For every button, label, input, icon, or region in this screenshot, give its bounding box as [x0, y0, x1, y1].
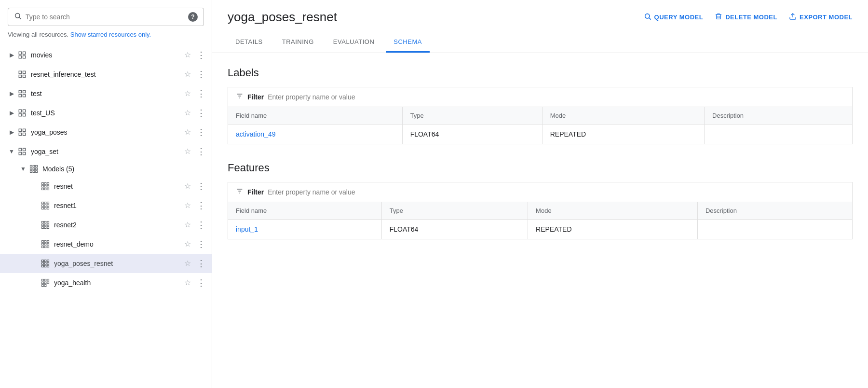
more-icon[interactable]: ⋮	[194, 180, 208, 193]
query-model-label: QUERY MODEL	[654, 14, 704, 21]
star-icon[interactable]: ☆	[181, 237, 194, 251]
svg-rect-80	[42, 279, 44, 281]
main-header: yoga_poses_resnet QUERY MODEL DELETE MOD…	[212, 0, 868, 53]
tabs: DETAILS TRAINING EVALUATION SCHEMA	[228, 32, 853, 53]
sidebar-item-models-group[interactable]: Models (5)	[0, 161, 212, 177]
chevron-icon	[6, 148, 17, 155]
labels-filter-input[interactable]	[268, 93, 844, 101]
type-cell: FLOAT64	[402, 125, 542, 144]
labels-filter-bar: Filter	[228, 87, 853, 107]
sidebar-item-test-us[interactable]: test_US ☆ ⋮	[0, 103, 212, 123]
more-icon[interactable]: ⋮	[194, 106, 208, 120]
svg-rect-14	[19, 110, 21, 112]
star-icon[interactable]: ☆	[181, 48, 194, 62]
search-icon	[14, 12, 22, 22]
more-icon[interactable]: ⋮	[194, 237, 208, 251]
more-icon[interactable]: ⋮	[194, 218, 208, 232]
labels-table: Field name Type Mode Description activat…	[228, 107, 853, 144]
model-icon	[41, 220, 50, 230]
star-icon[interactable]: ☆	[181, 106, 194, 120]
field-name-cell: input_1	[228, 220, 382, 239]
tab-details[interactable]: DETAILS	[228, 32, 271, 53]
show-starred-link[interactable]: Show starred resources only.	[70, 31, 151, 38]
sidebar-item-yoga-poses[interactable]: yoga_poses ☆ ⋮	[0, 123, 212, 142]
svg-rect-19	[23, 129, 26, 131]
field-name-link[interactable]: input_1	[236, 225, 258, 233]
search-input[interactable]	[26, 13, 184, 21]
delete-model-button[interactable]: DELETE MODEL	[715, 13, 777, 22]
svg-rect-41	[42, 188, 44, 190]
svg-rect-68	[42, 246, 44, 248]
svg-rect-71	[42, 260, 44, 262]
field-name-cell: activation_49	[228, 125, 403, 144]
svg-rect-44	[42, 202, 44, 204]
sidebar-item-resnet2[interactable]: resnet2 ☆ ⋮	[0, 215, 212, 235]
search-bar[interactable]: ?	[8, 8, 204, 26]
item-label: test_US	[31, 109, 181, 117]
more-icon[interactable]: ⋮	[194, 145, 208, 158]
star-icon[interactable]: ☆	[181, 257, 194, 270]
sidebar-item-resnet-inference-test[interactable]: resnet_inference_test ☆ ⋮	[0, 65, 212, 84]
star-icon[interactable]: ☆	[181, 276, 194, 290]
field-name-link[interactable]: activation_49	[236, 130, 276, 138]
features-title: Features	[228, 162, 853, 174]
svg-rect-73	[47, 260, 49, 262]
features-filter-input[interactable]	[268, 188, 844, 196]
star-icon[interactable]: ☆	[181, 125, 194, 139]
svg-rect-76	[47, 263, 49, 264]
features-table-header: Field name Type Mode Description	[228, 202, 853, 220]
sidebar-item-yoga-poses-resnet[interactable]: yoga_poses_resnet ☆ ⋮	[0, 254, 212, 273]
features-filter-label: Filter	[247, 188, 264, 196]
more-icon[interactable]: ⋮	[194, 199, 208, 212]
item-label: test	[31, 90, 181, 97]
more-icon[interactable]: ⋮	[194, 68, 208, 81]
svg-rect-25	[23, 152, 26, 154]
item-label: yoga_poses_resnet	[54, 260, 181, 267]
svg-rect-18	[19, 129, 21, 131]
star-icon[interactable]: ☆	[181, 199, 194, 212]
more-icon[interactable]: ⋮	[194, 48, 208, 62]
star-icon[interactable]: ☆	[181, 68, 194, 81]
query-model-button[interactable]: QUERY MODEL	[644, 13, 704, 22]
star-icon[interactable]: ☆	[181, 218, 194, 232]
dataset-icon	[17, 89, 27, 98]
svg-rect-26	[30, 165, 32, 167]
more-icon[interactable]: ⋮	[194, 257, 208, 270]
tab-training[interactable]: TRAINING	[274, 32, 322, 53]
description-cell	[705, 125, 853, 144]
star-icon[interactable]: ☆	[181, 87, 194, 100]
sidebar-item-test[interactable]: test ☆ ⋮	[0, 84, 212, 103]
col-description: Description	[705, 107, 853, 125]
sidebar-item-yoga-health[interactable]: yoga_health ☆ ⋮	[0, 273, 212, 292]
sidebar-item-movies[interactable]: movies ☆ ⋮	[0, 45, 212, 65]
svg-rect-58	[47, 224, 49, 226]
svg-rect-37	[47, 182, 49, 184]
more-icon[interactable]: ⋮	[194, 87, 208, 100]
export-model-button[interactable]: EXPORT MODEL	[789, 13, 853, 22]
sidebar-item-resnet[interactable]: resnet ☆ ⋮	[0, 177, 212, 196]
delete-model-label: DELETE MODEL	[725, 14, 777, 21]
svg-rect-82	[47, 279, 49, 281]
svg-rect-52	[47, 207, 49, 209]
svg-rect-38	[42, 185, 44, 187]
more-icon[interactable]: ⋮	[194, 276, 208, 290]
tab-evaluation[interactable]: EVALUATION	[326, 32, 382, 53]
sidebar-item-yoga-set[interactable]: yoga_set ☆ ⋮	[0, 142, 212, 161]
tab-schema[interactable]: SCHEMA	[386, 32, 430, 53]
more-icon[interactable]: ⋮	[194, 125, 208, 139]
svg-rect-15	[23, 110, 26, 112]
export-icon	[789, 13, 797, 22]
star-icon[interactable]: ☆	[181, 180, 194, 193]
svg-rect-9	[23, 75, 26, 77]
svg-rect-31	[36, 168, 38, 170]
star-icon[interactable]: ☆	[181, 145, 194, 158]
item-label: yoga_set	[31, 148, 181, 155]
item-label: Models (5)	[42, 165, 208, 173]
help-icon[interactable]: ?	[188, 12, 198, 22]
svg-rect-8	[19, 75, 21, 77]
svg-rect-40	[47, 185, 49, 187]
sidebar-item-resnet1[interactable]: resnet1 ☆ ⋮	[0, 196, 212, 215]
delete-icon	[715, 13, 722, 22]
sidebar-item-resnet-demo[interactable]: resnet_demo ☆ ⋮	[0, 235, 212, 254]
svg-rect-85	[47, 282, 49, 284]
